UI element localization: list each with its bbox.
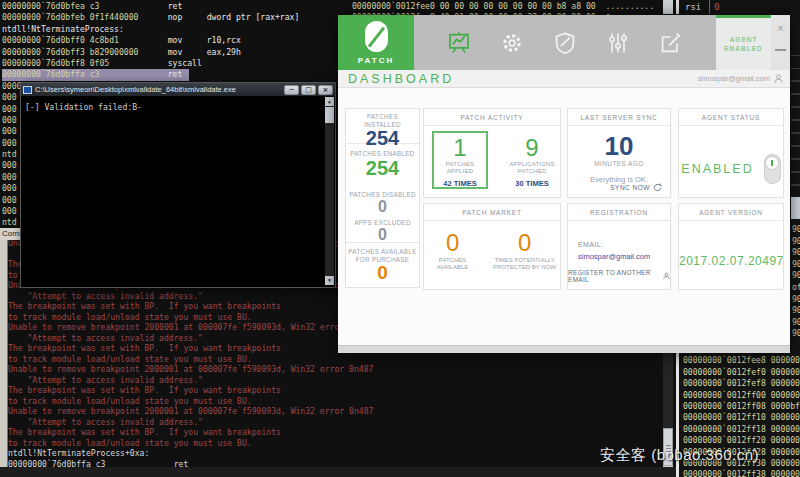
memory-fragment: 90 <box>792 259 800 271</box>
console-output: [-] Validation failed:B- <box>21 96 335 112</box>
shield-icon[interactable] <box>553 31 577 55</box>
disasm-line: ntdll!NtTerminateProcess: <box>2 24 299 35</box>
memory-fragment: 90 <box>792 270 800 282</box>
compose-icon[interactable] <box>659 31 683 55</box>
row-lines <box>791 43 800 196</box>
minimize-icon[interactable] <box>775 49 786 51</box>
toggle-knob <box>765 156 779 170</box>
command-output-line: to track module load/unload state you mu… <box>8 438 373 449</box>
memory-fragment: 90 <box>792 328 800 340</box>
memory-line: 00000000`0012ff08 0000bf <box>683 401 800 412</box>
console-scrollbar[interactable]: ▲ ▼ <box>325 97 334 285</box>
command-output-line: The breakpoint was set with BP. If you w… <box>8 427 373 438</box>
memory-line: 00000000`0012ff38 000000 <box>683 469 800 477</box>
stat-value: 0 <box>346 199 419 216</box>
memory-fragment: of <box>792 282 800 294</box>
patches-available-stat: 0 PATCHES AVAILABLE <box>424 231 481 271</box>
summary-card: PATCHES INSTALLED 254 PATCHES ENABLED 25… <box>345 108 420 288</box>
memory-line: 00000000`0012fef0 000000 <box>683 367 800 378</box>
card-title: LAST SERVER SYNC <box>568 109 670 126</box>
agent-enabled-badge: AGENT ENABLED <box>716 15 771 70</box>
patches-applied-stat: 1 PATCHES APPLIED 42 TIMES <box>432 131 488 189</box>
disasm-address: 000 <box>2 160 17 170</box>
card-title: PATCH ACTIVITY <box>424 109 560 126</box>
scrollbar-thumb[interactable] <box>325 107 334 123</box>
disasm-code: nop dword ptr [rax+rax] <box>168 12 300 22</box>
patch-logo[interactable]: PATCH <box>338 15 414 70</box>
memory-line: 00000000`0012fee8 000000 <box>683 355 800 366</box>
disasm-line: 00000000`76d0bff3 b829000000 mov eax,29h <box>2 47 299 58</box>
disasm-code: ret <box>168 69 183 79</box>
settings-gear-icon[interactable] <box>500 31 524 55</box>
scroll-up-arrow-icon[interactable]: ▲ <box>325 97 334 106</box>
memory-fragment: 90 <box>792 224 800 236</box>
disasm-address: 000 <box>2 206 17 216</box>
command-output-line: to track module load/unload state you mu… <box>8 312 373 323</box>
disasm-code: ret <box>168 1 183 11</box>
agent-toggle[interactable] <box>764 154 781 184</box>
close-button[interactable]: × <box>318 85 333 95</box>
disasm-address: ntd <box>2 149 17 159</box>
disasm-address: 000 <box>2 92 17 102</box>
command-output-line: to track module load/unload state you mu… <box>8 396 373 407</box>
app-header: PATCH <box>338 15 790 70</box>
disasm-address: 00000000`76d0bfeb 0f1f440000 <box>2 12 168 22</box>
registration-card: REGISTRATION EMAIL: simospar@gmail.com R… <box>567 203 671 290</box>
window-controls: × <box>771 15 790 70</box>
agent-status-value: ENABLED <box>681 162 753 176</box>
console-title: C:\Users\symeon\Desktop\xmlvalidate_64bi… <box>35 85 284 94</box>
sync-unit: MINUTES AGO <box>568 160 670 167</box>
disasm-address: 000 <box>2 172 17 182</box>
command-output-line: The breakpoint was set with BP. If you w… <box>8 343 373 354</box>
statusbar-band <box>0 467 676 477</box>
disasm-address: 000 <box>2 126 17 136</box>
minimize-button[interactable]: ─ <box>284 85 299 95</box>
sync-now-button[interactable]: SYNC NOW <box>610 183 662 192</box>
disasm-code: mov r10,rcx <box>168 35 241 45</box>
account-email: simospar@gmail.com <box>698 74 770 83</box>
stat-value: 254 <box>346 158 419 179</box>
page-title: DASHBOARD <box>348 72 454 86</box>
patch-market-card: PATCH MARKET 0 PATCHES AVAILABLE 0 TIMES… <box>423 203 561 290</box>
disasm-address: 000 <box>2 104 17 114</box>
scrollbar-thumb[interactable] <box>791 197 800 219</box>
disasm-address: 000 <box>2 138 17 148</box>
memory-line: 00000000`0012fef8 000000 <box>683 378 800 389</box>
refresh-icon <box>653 183 662 192</box>
scroll-down-arrow-icon[interactable]: ▼ <box>325 276 334 285</box>
memory-line: 00000000`0012fee0 00 00 00 00 00 00 00 0… <box>352 1 678 12</box>
patch-pill-icon <box>365 21 388 52</box>
disasm-address: 00000000`76d0bfea c3 <box>2 1 168 11</box>
watermark: 安全客 (bobao.360.cn) <box>600 446 759 465</box>
app-name: PATCH <box>358 56 394 65</box>
user-icon <box>774 74 783 83</box>
window-edge-strip <box>0 240 8 467</box>
disasm-code: ntdll!NtTerminateProcess: <box>2 24 124 34</box>
account-area[interactable]: simospar@gmail.com <box>698 74 783 83</box>
close-icon[interactable]: × <box>771 23 790 34</box>
console-titlebar[interactable]: C:\Users\symeon\Desktop\xmlvalidate_64bi… <box>21 83 335 96</box>
maximize-button[interactable]: □ <box>301 85 316 95</box>
disasm-address: ntd <box>2 217 17 227</box>
levels-icon[interactable] <box>606 31 630 55</box>
dashboard-content: PATCHES INSTALLED 254 PATCHES ENABLED 25… <box>338 88 790 345</box>
command-output-line: Unable to remove breakpoint 2000001 at 0… <box>8 406 373 417</box>
command-output-line: Unable to remove breakpoint 2000001 at 0… <box>8 322 373 333</box>
memory-fragment: 90 <box>792 236 800 248</box>
memory-fragment: 90 <box>792 247 800 259</box>
memory-line: 00000000`0012ff18 000000 <box>683 424 800 435</box>
registers-pane: rsi 0 <box>676 0 800 14</box>
disasm-address: 00000000`76d0bff8 0f05 <box>2 58 168 68</box>
dashboard-chart-icon[interactable] <box>447 31 471 55</box>
stat-value: 0 <box>346 227 419 244</box>
scrollbar-fragment[interactable] <box>663 0 673 14</box>
disasm-line: 00000000`76d0bfea c3 ret <box>2 1 299 12</box>
memory-fragment: 90 <box>792 294 800 306</box>
memory-fragment: 90 <box>792 317 800 329</box>
card-title: AGENT VERSION <box>679 204 783 221</box>
applications-patched-stat: 9 APPLICATIONS PATCHED 30 TIMES <box>504 131 560 189</box>
window-footer <box>338 345 790 353</box>
register-another-email-button[interactable]: REGISTER TO ANOTHER EMAIL <box>568 269 670 283</box>
last-server-sync-card: LAST SERVER SYNC 10 MINUTES AGO Everythi… <box>567 108 671 198</box>
agent-status-card: AGENT STATUS ENABLED <box>678 108 784 198</box>
